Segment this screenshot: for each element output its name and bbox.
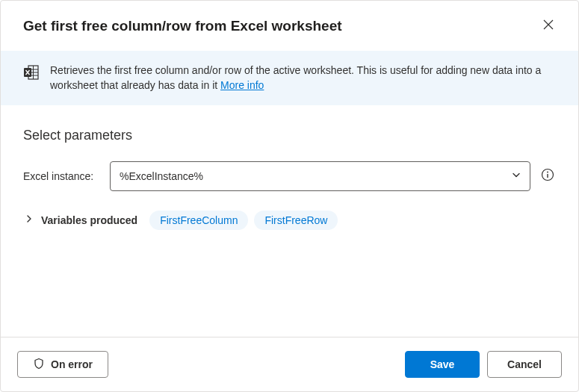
chevron-right-icon [25,214,34,225]
footer-actions: Save Cancel [405,351,562,378]
info-description: Retrieves the first free column and/or r… [50,64,541,91]
excel-instance-label: Excel instance: [23,170,101,182]
dialog-header: Get first free column/row from Excel wor… [1,1,578,51]
cancel-button[interactable]: Cancel [487,351,562,378]
variables-produced-row: Variables produced FirstFreeColumn First… [23,211,556,230]
svg-point-7 [547,172,548,173]
variable-chip-first-free-row[interactable]: FirstFreeRow [254,211,338,230]
section-title: Select parameters [23,128,556,143]
excel-instance-select-wrap [110,161,530,191]
content-area: Select parameters Excel instance: Variab… [1,105,578,230]
shield-icon [33,358,45,372]
close-button[interactable] [539,16,557,36]
variables-expand-button[interactable] [23,213,35,227]
dialog-footer: On error Save Cancel [1,337,578,391]
excel-icon [23,64,40,83]
save-button[interactable]: Save [405,351,480,378]
cancel-label: Cancel [507,358,542,370]
info-text: Retrieves the first free column and/or r… [50,63,556,93]
info-banner: Retrieves the first free column and/or r… [1,51,578,105]
dialog-title: Get first free column/row from Excel wor… [23,18,342,34]
variable-chip-first-free-column[interactable]: FirstFreeColumn [149,211,248,230]
excel-instance-info-button[interactable] [539,167,556,185]
on-error-button[interactable]: On error [17,351,108,378]
close-icon [542,19,554,33]
info-icon [541,168,554,184]
more-info-link[interactable]: More info [220,79,264,91]
variables-produced-label: Variables produced [41,214,137,226]
excel-instance-row: Excel instance: [23,161,556,191]
on-error-label: On error [51,358,93,370]
excel-instance-select[interactable] [110,161,530,191]
save-label: Save [430,358,455,370]
